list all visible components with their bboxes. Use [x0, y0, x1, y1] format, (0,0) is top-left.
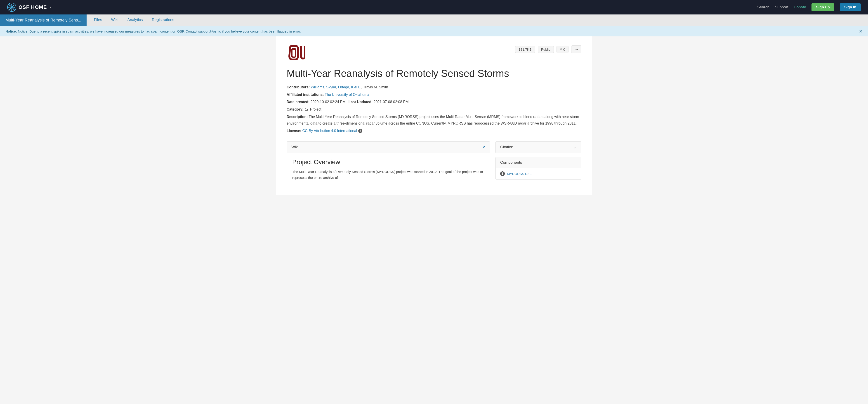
wiki-external-link-icon[interactable]: ↗ [482, 145, 485, 150]
svg-point-10 [9, 5, 10, 6]
svg-rect-16 [502, 174, 503, 175]
description-label: Description: [287, 115, 308, 119]
license-info-icon[interactable]: i [358, 129, 362, 133]
category-label: Category: [287, 107, 304, 111]
category-row: Category: 🗂 Project [287, 106, 581, 113]
project-details: Contributors: Williams, Skylar, Ortega, … [287, 84, 581, 134]
wiki-panel: Wiki ↗ Project Overview The Multi-Year R… [287, 141, 490, 184]
svg-point-12 [13, 5, 14, 6]
contributors-label: Contributors: [287, 85, 310, 89]
notice-text: Notice: Notice: Due to a recent spike in… [5, 29, 301, 33]
svg-point-11 [13, 9, 14, 10]
project-title: Multi-Year Reanalysis of Remotely Sensed… [287, 68, 581, 80]
date-separator: | [346, 100, 348, 104]
top-navbar: OSF HOME ▾ Search Support Donate Sign Up… [0, 0, 868, 14]
visibility-badge: Public [538, 46, 554, 53]
signup-button[interactable]: Sign Up [811, 3, 834, 11]
osf-logo-icon [7, 3, 16, 12]
wiki-panel-header: Wiki ↗ [287, 142, 490, 153]
tab-files[interactable]: Files [89, 14, 106, 26]
brand-dropdown-arrow[interactable]: ▾ [50, 5, 51, 9]
date-updated-label: Last Updated: [348, 100, 373, 104]
notice-close-button[interactable]: ✕ [859, 29, 863, 33]
wiki-content-text: The Multi-Year Reanalysis of Remotely Se… [292, 169, 485, 180]
wiki-panel-body: Project Overview The Multi-Year Reanalys… [287, 153, 490, 184]
project-navbar: Multi-Year Reanalysis of Remotely Sens..… [0, 14, 868, 26]
description-text: The Multi-Year Reanalysis of Remotely Se… [287, 115, 579, 125]
forks-button[interactable]: ⑂ 0 [557, 46, 568, 53]
institution-row: Affiliated institutions: The University … [287, 92, 581, 98]
file-size-badge: 181.7KB [515, 46, 535, 53]
citation-panel-title: Citation [500, 145, 513, 150]
components-panel: Components MYRORSS De... [495, 157, 581, 180]
category-value: Project [310, 107, 321, 111]
contributors-row: Contributors: Williams, Skylar, Ortega, … [287, 84, 581, 91]
citation-chevron-icon: ⌄ [573, 145, 577, 150]
date-created-value: 2020-10-02 02:24 PM [311, 100, 346, 104]
wiki-panel-title: Wiki [291, 145, 299, 150]
svg-point-7 [11, 10, 12, 11]
dates-row: Date created: 2020-10-02 02:24 PM | Last… [287, 99, 581, 105]
support-nav-link[interactable]: Support [775, 5, 788, 9]
svg-point-8 [8, 7, 9, 8]
search-nav-link[interactable]: Search [757, 5, 770, 9]
license-label: License: [287, 129, 301, 133]
tab-registrations[interactable]: Registrations [147, 14, 179, 26]
contributor-2[interactable]: Ortega, Kiel L. [338, 85, 361, 89]
fork-count: 0 [563, 48, 565, 51]
affiliated-label: Affiliated institutions: [287, 93, 324, 96]
components-panel-header: Components [496, 157, 581, 168]
wiki-section-title: Project Overview [292, 158, 485, 166]
project-tabs: Files Wiki Analytics Registrations [87, 14, 181, 26]
component-link[interactable]: MYRORSS De... [507, 172, 532, 176]
project-meta-actions: 181.7KB Public ⑂ 0 ··· [515, 43, 581, 53]
project-header: 181.7KB Public ⑂ 0 ··· [287, 43, 581, 64]
tab-wiki[interactable]: Wiki [106, 14, 123, 26]
institution-link[interactable]: The University of Oklahoma [325, 93, 369, 96]
date-updated-value: 2021-07-08 02:08 PM [374, 100, 409, 104]
category-icon: 🗂 [305, 106, 308, 113]
svg-point-5 [11, 6, 12, 8]
date-created-label: Date created: [287, 100, 309, 104]
component-icon [500, 172, 505, 176]
notice-message: Notice: Due to a recent spike in spam ac… [18, 29, 301, 33]
main-content: 181.7KB Public ⑂ 0 ··· Multi-Year Reanal… [276, 36, 592, 195]
project-title-tab[interactable]: Multi-Year Reanalysis of Remotely Sens..… [0, 14, 87, 26]
panels-row: Wiki ↗ Project Overview The Multi-Year R… [287, 141, 581, 184]
tab-analytics[interactable]: Analytics [123, 14, 147, 26]
citation-panel-header[interactable]: Citation ⌄ [496, 142, 581, 153]
contributor-3: Travis M. Smith [363, 85, 388, 89]
component-item: MYRORSS De... [496, 168, 581, 179]
citation-panel: Citation ⌄ [495, 141, 581, 153]
institution-logo [287, 43, 307, 64]
license-row: License: CC-By Attribution 4.0 Internati… [287, 128, 581, 134]
ou-logo-icon [287, 43, 307, 64]
brand-logo[interactable]: OSF HOME ▾ [7, 3, 51, 12]
svg-point-6 [11, 4, 12, 5]
notice-banner: Notice: Notice: Due to a recent spike in… [0, 26, 868, 36]
notice-prefix: Notice: [5, 29, 17, 33]
signin-button[interactable]: Sign In [840, 3, 861, 11]
component-lock-icon [500, 172, 505, 176]
license-info: CC-By Attribution 4.0 International i [302, 128, 362, 134]
more-options-button[interactable]: ··· [571, 45, 581, 53]
svg-point-9 [14, 7, 15, 8]
fork-icon: ⑂ [560, 48, 562, 51]
license-link[interactable]: CC-By Attribution 4.0 International [302, 128, 357, 134]
svg-point-13 [9, 9, 10, 10]
contributor-1[interactable]: Williams, Skylar [311, 85, 336, 89]
navbar-right: Search Support Donate Sign Up Sign In [757, 3, 861, 11]
brand-name: OSF HOME [19, 4, 47, 10]
right-panels: Citation ⌄ Components MYRORSS De... [495, 141, 581, 184]
donate-nav-link[interactable]: Donate [794, 5, 806, 9]
description-row: Description: The Multi-Year Reanalysis o… [287, 114, 581, 127]
